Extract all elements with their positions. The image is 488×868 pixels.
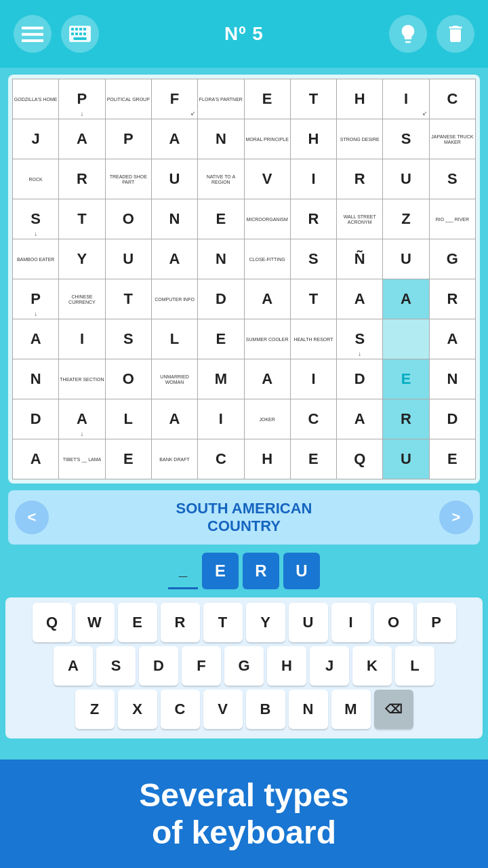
key-o[interactable]: O [374,603,413,642]
grid-cell-2-4[interactable]: NATIVE TO A REGION [198,159,243,199]
grid-cell-1-0[interactable]: J [13,119,58,159]
grid-cell-0-8[interactable]: I↙ [383,79,428,119]
grid-cell-6-9[interactable]: A [430,319,475,359]
grid-cell-0-4[interactable]: FLORA'S PARTNER [198,79,243,119]
grid-cell-4-7[interactable]: Ñ [337,239,382,279]
grid-cell-0-0[interactable]: GODZILLA'S HOME [13,79,58,119]
grid-cell-2-9[interactable]: S [430,159,475,199]
key-i[interactable]: I [331,603,371,642]
grid-cell-1-2[interactable]: P [106,119,151,159]
delete-button[interactable] [436,15,474,53]
grid-cell-4-5[interactable]: CLOSE-FITTING [245,239,290,279]
grid-cell-6-7[interactable]: S↓ [337,319,382,359]
grid-cell-7-6[interactable]: I [291,359,336,399]
grid-cell-6-5[interactable]: SUMMER COOLER [245,319,290,359]
grid-cell-4-9[interactable]: G [430,239,475,279]
grid-cell-0-7[interactable]: H [337,79,382,119]
grid-cell-6-1[interactable]: I [59,319,104,359]
grid-cell-0-1[interactable]: P↓ [59,79,104,119]
key-v[interactable]: V [203,690,243,729]
key-h[interactable]: H [267,646,306,686]
grid-cell-3-5[interactable]: MICROORGANISM [245,199,290,239]
key-l[interactable]: L [395,646,434,686]
grid-cell-0-9[interactable]: C [430,79,475,119]
grid-cell-3-0[interactable]: S↓ [13,199,58,239]
grid-cell-6-3[interactable]: L [152,319,197,359]
grid-cell-4-0[interactable]: BAMBOO EATER [13,239,58,279]
grid-cell-1-9[interactable]: JAPANESE TRUCK MAKER [430,119,475,159]
grid-cell-5-8[interactable]: A [383,279,428,319]
key-t[interactable]: T [203,603,243,642]
grid-cell-8-5[interactable]: JOKER [245,399,290,439]
key-f[interactable]: F [182,646,221,686]
grid-cell-1-1[interactable]: A [59,119,104,159]
grid-cell-8-8[interactable]: R [383,399,428,439]
grid-cell-2-3[interactable]: U [152,159,197,199]
grid-cell-3-8[interactable]: Z [383,199,428,239]
grid-cell-7-0[interactable]: N [13,359,58,399]
grid-cell-5-1[interactable]: CHINESE CURRENCY [59,279,104,319]
key-s[interactable]: S [96,646,136,686]
grid-cell-1-4[interactable]: N [198,119,243,159]
grid-cell-5-6[interactable]: T [291,279,336,319]
grid-cell-1-8[interactable]: S [383,119,428,159]
grid-cell-4-3[interactable]: A [152,239,197,279]
grid-cell-2-7[interactable]: R [337,159,382,199]
grid-cell-9-2[interactable]: E [106,439,151,479]
key-m[interactable]: M [331,690,371,729]
grid-cell-2-2[interactable]: TREADED SHOE PART [106,159,151,199]
grid-cell-7-3[interactable]: UNMARRIED WOMAN [152,359,197,399]
grid-cell-6-6[interactable]: HEALTH RESORT [291,319,336,359]
key-backspace[interactable]: ⌫ [374,690,413,729]
grid-cell-7-8[interactable]: E [383,359,428,399]
grid-cell-5-4[interactable]: D [198,279,243,319]
grid-cell-9-4[interactable]: C [198,439,243,479]
grid-cell-0-5[interactable]: E [245,79,290,119]
grid-cell-3-4[interactable]: E [198,199,243,239]
grid-cell-0-6[interactable]: T [291,79,336,119]
key-w[interactable]: W [75,603,115,642]
grid-cell-2-0[interactable]: ROCK [13,159,58,199]
grid-cell-3-7[interactable]: WALL STREET ACRONYM [337,199,382,239]
grid-cell-5-3[interactable]: COMPUTER INFO [152,279,197,319]
grid-cell-6-0[interactable]: A [13,319,58,359]
grid-cell-8-2[interactable]: L [106,399,151,439]
prev-clue-button[interactable]: < [15,500,49,534]
grid-cell-0-3[interactable]: F↙ [152,79,197,119]
grid-cell-2-8[interactable]: U [383,159,428,199]
grid-cell-6-4[interactable]: E [198,319,243,359]
key-u[interactable]: U [289,603,328,642]
grid-cell-4-1[interactable]: Y [59,239,104,279]
key-j[interactable]: J [310,646,349,686]
key-x[interactable]: X [118,690,157,729]
grid-cell-3-6[interactable]: R [291,199,336,239]
grid-cell-5-2[interactable]: T [106,279,151,319]
grid-cell-7-5[interactable]: A [245,359,290,399]
key-y[interactable]: Y [246,603,285,642]
grid-cell-9-0[interactable]: A [13,439,58,479]
grid-cell-3-1[interactable]: T [59,199,104,239]
grid-cell-9-6[interactable]: E [291,439,336,479]
key-n[interactable]: N [289,690,328,729]
grid-cell-8-3[interactable]: A [152,399,197,439]
grid-cell-1-6[interactable]: H [291,119,336,159]
grid-cell-9-3[interactable]: BANK DRAFT [152,439,197,479]
grid-cell-1-5[interactable]: MORAL PRINCIPLE [245,119,290,159]
grid-cell-4-2[interactable]: U [106,239,151,279]
grid-cell-3-9[interactable]: RIO ___ RIVER [430,199,475,239]
grid-cell-8-6[interactable]: C [291,399,336,439]
grid-cell-2-1[interactable]: R [59,159,104,199]
grid-cell-7-4[interactable]: M [198,359,243,399]
grid-cell-7-1[interactable]: THEATER SECTION [59,359,104,399]
grid-cell-1-3[interactable]: A [152,119,197,159]
key-p[interactable]: P [417,603,456,642]
grid-cell-5-7[interactable]: A [337,279,382,319]
key-b[interactable]: B [246,690,285,729]
grid-cell-9-8[interactable]: U [383,439,428,479]
key-z[interactable]: Z [75,690,115,729]
key-k[interactable]: K [352,646,392,686]
key-c[interactable]: C [161,690,200,729]
grid-cell-0-2[interactable]: POLITICAL GROUP [106,79,151,119]
grid-cell-6-2[interactable]: S [106,319,151,359]
grid-cell-9-7[interactable]: Q [337,439,382,479]
